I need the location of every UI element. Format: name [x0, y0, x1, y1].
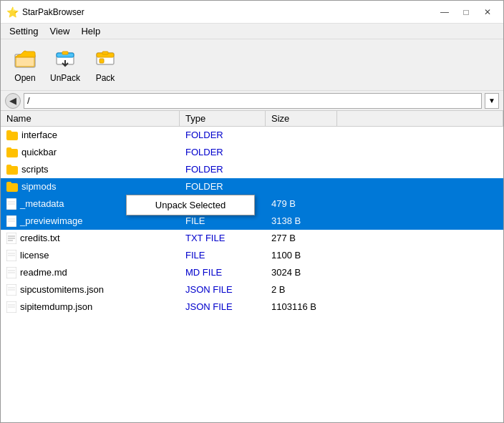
file-size-0: [266, 134, 337, 137]
pack-icon: [94, 47, 117, 70]
unpack-selected-item[interactable]: Unpack Selected: [127, 195, 254, 215]
pack-label: Pack: [96, 73, 115, 83]
file-type-1: FOLDER: [180, 145, 266, 159]
file-icon-0: [6, 130, 18, 140]
file-list-container: Name Type Size interfaceFOLDER quickbarF…: [1, 111, 503, 422]
minimize-button[interactable]: —: [435, 5, 455, 19]
file-list-header: Name Type Size: [1, 111, 503, 127]
file-size-4: 479 B: [266, 197, 337, 210]
dropdown-icon: ▼: [488, 97, 495, 104]
file-icon-5: [6, 215, 16, 227]
table-row[interactable]: sipcustomitems.jsonJSON FILE2 B: [1, 281, 503, 298]
file-name-text-6: credits.txt: [20, 233, 60, 243]
app-title: StarPakBrowser: [22, 7, 435, 17]
column-header-type: Type: [180, 111, 266, 126]
address-input[interactable]: [24, 93, 482, 109]
file-size-5: 3138 B: [266, 214, 337, 228]
file-name-text-5: _previewimage: [20, 215, 82, 226]
file-icon-9: [6, 284, 16, 296]
file-name-8: readme.md: [1, 266, 180, 280]
file-size-9: 2 B: [266, 283, 337, 296]
file-size-2: [266, 168, 337, 171]
address-dropdown[interactable]: ▼: [485, 93, 499, 109]
file-size-6: 277 B: [266, 231, 337, 245]
toolbar: Open UnPack Pack: [1, 39, 503, 91]
table-row[interactable]: licenseFILE1100 B: [1, 247, 503, 264]
table-row[interactable]: scriptsFOLDER: [1, 161, 503, 178]
unpack-label: UnPack: [50, 73, 80, 83]
file-name-text-0: interface: [21, 130, 57, 140]
file-size-10: 1103116 B: [266, 300, 337, 313]
file-name-9: sipcustomitems.json: [1, 283, 180, 297]
file-type-5: FILE: [180, 214, 266, 228]
file-name-7: license: [1, 248, 180, 263]
svg-rect-8: [102, 52, 108, 54]
table-row[interactable]: credits.txtTXT FILE277 B: [1, 230, 503, 247]
file-size-1: [266, 151, 337, 154]
file-name-text-4: _metadata: [20, 198, 64, 209]
menu-item-view[interactable]: View: [44, 24, 75, 38]
file-name-text-3: sipmods: [21, 181, 56, 192]
file-icon-3: [6, 182, 18, 192]
menu-item-setting[interactable]: Setting: [4, 24, 44, 38]
file-type-9: JSON FILE: [180, 283, 266, 296]
file-icon-4: [6, 198, 16, 210]
svg-rect-9: [100, 59, 104, 63]
back-button[interactable]: ◀: [5, 93, 21, 109]
title-bar: ⭐ StarPakBrowser — □ ✕: [1, 1, 503, 24]
file-rows: interfaceFOLDER quickbarFOLDER scriptsFO…: [1, 127, 503, 316]
file-name-0: interface: [1, 128, 180, 142]
file-type-2: FOLDER: [180, 162, 266, 176]
svg-rect-4: [62, 52, 68, 54]
table-row[interactable]: sipitemdump.jsonJSON FILE1103116 B: [1, 298, 503, 316]
file-size-7: 1100 B: [266, 248, 337, 262]
unpack-toolbar-button[interactable]: UnPack: [47, 44, 84, 87]
file-name-1: quickbar: [1, 145, 180, 159]
file-icon-7: [6, 250, 16, 261]
window-controls: — □ ✕: [435, 5, 498, 19]
file-name-text-2: scripts: [21, 164, 49, 175]
table-row[interactable]: quickbarFOLDER: [1, 144, 503, 161]
file-name-text-1: quickbar: [21, 147, 57, 157]
file-type-0: FOLDER: [180, 128, 266, 142]
file-name-5: _previewimage: [1, 214, 180, 228]
column-header-size: Size: [266, 111, 337, 126]
file-type-6: TXT FILE: [180, 231, 266, 245]
open-toolbar-button[interactable]: Open: [6, 44, 44, 87]
table-row[interactable]: readme.mdMD FILE3024 B: [1, 264, 503, 281]
file-icon-1: [6, 147, 18, 157]
menu-item-help[interactable]: Help: [75, 24, 106, 38]
table-row[interactable]: sipmodsFOLDER: [1, 178, 503, 195]
file-icon-2: [6, 165, 18, 175]
table-row[interactable]: interfaceFOLDER: [1, 127, 503, 144]
file-size-8: 3024 B: [266, 266, 337, 279]
file-name-text-9: sipcustomitems.json: [20, 284, 104, 295]
file-type-8: MD FILE: [180, 266, 266, 279]
file-name-10: sipitemdump.json: [1, 300, 180, 314]
menu-bar: SettingViewHelp: [1, 24, 503, 39]
app-icon: ⭐: [6, 6, 18, 18]
file-type-10: JSON FILE: [180, 300, 266, 313]
file-name-2: scripts: [1, 162, 180, 176]
pack-toolbar-button[interactable]: Pack: [87, 44, 124, 87]
file-name-text-7: license: [20, 250, 49, 261]
file-name-3: sipmods: [1, 180, 180, 193]
column-header-name: Name: [1, 111, 180, 126]
file-icon-10: [6, 301, 16, 313]
open-icon: [14, 47, 37, 70]
back-icon: ◀: [9, 95, 16, 106]
unpack-icon: [54, 47, 77, 70]
file-name-text-10: sipitemdump.json: [20, 301, 92, 312]
file-name-text-8: readme.md: [20, 267, 67, 278]
open-label: Open: [14, 73, 35, 83]
file-name-6: credits.txt: [1, 231, 180, 245]
maximize-button[interactable]: □: [456, 5, 476, 19]
file-type-3: FOLDER: [180, 180, 266, 193]
file-size-3: [266, 185, 337, 188]
context-menu: Unpack Selected: [126, 195, 255, 215]
file-icon-6: [6, 233, 16, 244]
file-type-7: FILE: [180, 248, 266, 262]
column-header-extra: [337, 111, 503, 126]
address-bar: ◀ ▼: [1, 91, 503, 111]
close-button[interactable]: ✕: [478, 5, 498, 19]
